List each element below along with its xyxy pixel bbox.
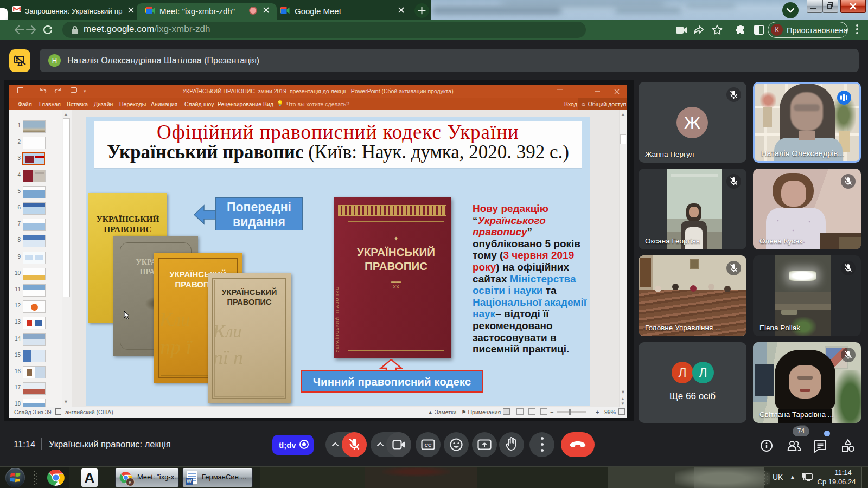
svg-text:CC: CC [425,442,432,448]
